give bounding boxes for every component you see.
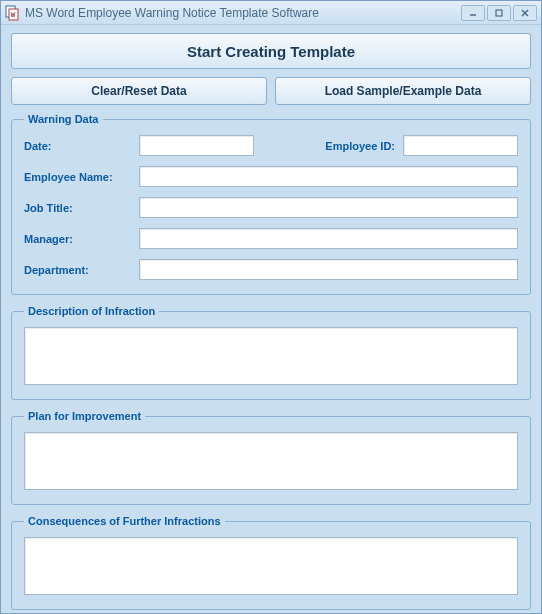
employee-name-label: Employee Name: [24,171,139,183]
action-row: Clear/Reset Data Load Sample/Example Dat… [11,77,531,105]
plan-legend: Plan for Improvement [24,410,145,422]
department-input[interactable] [139,259,518,280]
description-legend: Description of Infraction [24,305,159,317]
plan-textarea[interactable] [24,432,518,490]
plan-group: Plan for Improvement [11,410,531,505]
maximize-button[interactable] [487,5,511,21]
warning-data-group: Warning Data Date: Employee ID: Employee… [11,113,531,295]
manager-label: Manager: [24,233,139,245]
description-textarea[interactable] [24,327,518,385]
load-sample-button[interactable]: Load Sample/Example Data [275,77,531,105]
consequences-group: Consequences of Further Infractions [11,515,531,610]
svg-rect-3 [496,10,502,16]
employee-id-label: Employee ID: [325,140,395,152]
content-area: Start Creating Template Clear/Reset Data… [1,25,541,614]
manager-input[interactable] [139,228,518,249]
department-label: Department: [24,264,139,276]
window-controls [461,5,537,21]
app-icon [5,5,21,21]
job-title-label: Job Title: [24,202,139,214]
job-title-row: Job Title: [24,197,518,218]
warning-data-legend: Warning Data [24,113,103,125]
consequences-textarea[interactable] [24,537,518,595]
clear-reset-button[interactable]: Clear/Reset Data [11,77,267,105]
date-label: Date: [24,140,139,152]
close-button[interactable] [513,5,537,21]
job-title-input[interactable] [139,197,518,218]
manager-row: Manager: [24,228,518,249]
department-row: Department: [24,259,518,280]
minimize-button[interactable] [461,5,485,21]
start-creating-button[interactable]: Start Creating Template [11,33,531,69]
employee-id-input[interactable] [403,135,518,156]
date-row: Date: Employee ID: [24,135,518,156]
window-title: MS Word Employee Warning Notice Template… [25,6,461,20]
employee-name-input[interactable] [139,166,518,187]
description-group: Description of Infraction [11,305,531,400]
date-input[interactable] [139,135,254,156]
titlebar: MS Word Employee Warning Notice Template… [1,1,541,25]
app-window: MS Word Employee Warning Notice Template… [0,0,542,614]
consequences-legend: Consequences of Further Infractions [24,515,225,527]
employee-name-row: Employee Name: [24,166,518,187]
